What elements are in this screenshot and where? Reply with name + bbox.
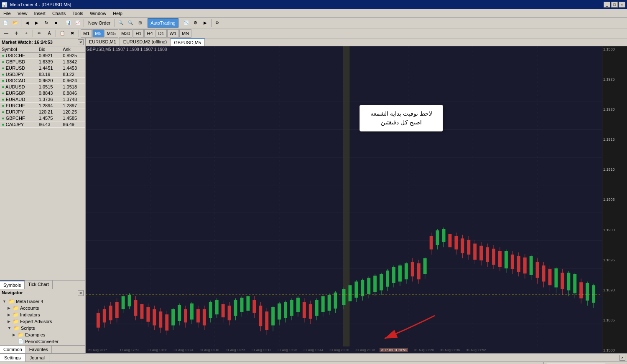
period-h1[interactable]: H1: [133, 29, 144, 38]
nav-tab-common[interactable]: Common: [0, 346, 26, 353]
nav-tab-favorites[interactable]: Favorites: [26, 346, 52, 353]
new-order-button[interactable]: New Order: [85, 18, 113, 28]
period-mn[interactable]: MN: [179, 29, 191, 38]
copy-btn[interactable]: 📋: [58, 29, 67, 38]
back-button[interactable]: ◀: [23, 18, 32, 28]
collapse-icon[interactable]: ▶: [8, 313, 10, 317]
collapse-icon[interactable]: ▶: [13, 333, 15, 337]
zoom-in-btn[interactable]: 🔍: [116, 18, 125, 28]
toolbar-main: 📄 📂 ◀ ▶ ↻ ■ 📊 📈 New Order 🔍 🔍 ⊞ AutoTrad…: [0, 18, 627, 28]
nav-expert-advisors[interactable]: ▶ 📁 Expert Advisors: [0, 318, 85, 325]
nav-accounts[interactable]: ▶ 📁 Accounts: [0, 305, 85, 311]
market-watch-row[interactable]: ● USDCHF 0.8921 0.8925: [0, 53, 85, 59]
market-watch-row[interactable]: ● EURUSD 1.4451 1.4453: [0, 65, 85, 71]
period-h4[interactable]: H4: [144, 29, 155, 38]
zoom-out-btn[interactable]: 🔍: [126, 18, 135, 28]
settings-btn[interactable]: ⚙: [213, 18, 222, 28]
nav-period-converter[interactable]: 📄 PeriodConverter: [0, 338, 85, 344]
tab-symbols[interactable]: Symbols: [0, 281, 25, 289]
bid-cell: 0.8921: [37, 53, 61, 59]
svg-rect-116: [398, 265, 402, 282]
menu-insert[interactable]: Insert: [31, 10, 49, 17]
period-m1[interactable]: M1: [81, 29, 92, 38]
market-watch-row[interactable]: ● EURCHF 1.2894 1.2897: [0, 103, 85, 109]
line-tool[interactable]: —: [2, 29, 11, 38]
svg-rect-146: [492, 249, 495, 265]
market-watch-row[interactable]: ● EURGBP 0.8843 0.8846: [0, 90, 85, 96]
autotrading-button[interactable]: AutoTrading: [148, 18, 178, 28]
menu-view[interactable]: View: [14, 10, 31, 17]
svg-rect-78: [278, 303, 281, 320]
market-watch-close[interactable]: ×: [78, 39, 84, 45]
refresh-button[interactable]: ↻: [42, 18, 51, 28]
market-watch-scroll[interactable]: Symbol Bid Ask ● USDCHF 0.8921 0.8925 ● …: [0, 46, 85, 280]
svg-rect-50: [190, 303, 194, 320]
bid-cell: 120.21: [37, 109, 61, 115]
chart-tab-eurusd-m1[interactable]: EURUSD,M1: [86, 38, 120, 46]
crosshair-tool[interactable]: +: [22, 29, 31, 38]
period-m30[interactable]: M30: [119, 29, 133, 38]
chart-tab-eurusd-m2[interactable]: EURUSD,M2 (offline): [120, 38, 171, 46]
period-d1[interactable]: D1: [156, 29, 167, 38]
scripts-btn[interactable]: ▶: [201, 18, 210, 28]
market-watch-row[interactable]: ● CADJPY 86.43 86.49: [0, 121, 85, 128]
market-watch-row[interactable]: ● EURJPY 120.21 120.25: [0, 109, 85, 115]
col-ask: Ask: [61, 46, 85, 53]
col-symbol: Symbol: [0, 46, 37, 53]
nav-indicators[interactable]: ▶ 📁 Indicators: [0, 311, 85, 318]
market-watch-row[interactable]: ● GBPCHF 1.4575 1.4585: [0, 115, 85, 121]
line-chart-btn[interactable]: 📈: [73, 18, 82, 28]
maximize-button[interactable]: □: [611, 2, 618, 8]
bottom-panel-close[interactable]: ×: [619, 355, 625, 361]
stop-button[interactable]: ■: [51, 18, 61, 28]
draw-btn[interactable]: ✏: [35, 29, 44, 38]
market-watch-row[interactable]: ● USDJPY 83.19 83.22: [0, 71, 85, 78]
period-w1[interactable]: W1: [167, 29, 179, 38]
expert-btn[interactable]: ⚙: [191, 18, 200, 28]
svg-rect-38: [153, 309, 156, 326]
market-watch-row[interactable]: ● AUDUSD 1.0515 1.0518: [0, 84, 85, 90]
tab-tick-chart[interactable]: Tick Chart: [25, 281, 53, 289]
folder-icon: 📁: [13, 325, 20, 331]
bp-tab-journal[interactable]: Journal: [25, 354, 49, 361]
app-icon: 📊: [2, 2, 8, 8]
new-button[interactable]: 📄: [1, 18, 10, 28]
chart-tab-gbpusd-m5[interactable]: GBPUSD,M5: [171, 38, 205, 46]
svg-rect-128: [436, 230, 439, 245]
bid-cell: 1.6339: [37, 59, 61, 65]
nav-examples[interactable]: ▶ 📁 Examples: [0, 331, 85, 338]
menu-charts[interactable]: Charts: [49, 10, 69, 17]
menu-help[interactable]: Help: [110, 10, 126, 17]
collapse-icon[interactable]: ▶: [8, 319, 10, 324]
delete-btn[interactable]: ✖: [68, 29, 77, 38]
menu-file[interactable]: File: [0, 10, 14, 17]
minimize-button[interactable]: _: [604, 2, 610, 8]
collapse-icon[interactable]: ▶: [8, 306, 10, 310]
navigator: Navigator × ▼ 📁 MetaTrader 4 ▶ 📁 Account…: [0, 289, 85, 353]
bp-tab-settings[interactable]: Settings: [0, 354, 25, 361]
cursor-tool[interactable]: ✛: [12, 29, 21, 38]
nav-scripts[interactable]: ▼ 📁 Scripts: [0, 325, 85, 331]
period-m5[interactable]: M5: [92, 29, 104, 38]
market-watch-row[interactable]: ● GBPUSD 1.6339 1.6342: [0, 59, 85, 65]
indicators-btn[interactable]: 📉: [181, 18, 191, 28]
grid-btn[interactable]: ⊞: [135, 18, 145, 28]
period-m15[interactable]: M15: [104, 29, 118, 38]
menu-tools[interactable]: Tools: [69, 10, 87, 17]
chart-inner[interactable]: GBPUSD,M5 1.1907 1.1908 1.1907 1.1908: [86, 46, 602, 353]
market-watch-row[interactable]: ● USDCAD 0.9620 0.9624: [0, 78, 85, 84]
chart-type-btn[interactable]: 📊: [64, 18, 73, 28]
text-btn[interactable]: A: [45, 29, 54, 38]
collapse-icon[interactable]: ▼: [3, 299, 6, 303]
close-button[interactable]: ×: [619, 2, 625, 8]
market-watch-row[interactable]: ● EURAUD 1.3736 1.3748: [0, 96, 85, 103]
nav-metatrader4[interactable]: ▼ 📁 MetaTrader 4: [0, 298, 85, 305]
collapse-icon[interactable]: ▼: [8, 326, 11, 330]
svg-rect-58: [215, 300, 219, 314]
menu-window[interactable]: Window: [87, 10, 110, 17]
bottom-panel-settings: Expert Advisor: 2 MA Crosses Mega filter…: [0, 362, 543, 364]
open-button[interactable]: 📂: [10, 18, 20, 28]
window-controls[interactable]: _ □ ×: [604, 2, 625, 8]
navigator-close[interactable]: ×: [78, 290, 84, 296]
forward-button[interactable]: ▶: [32, 18, 41, 28]
